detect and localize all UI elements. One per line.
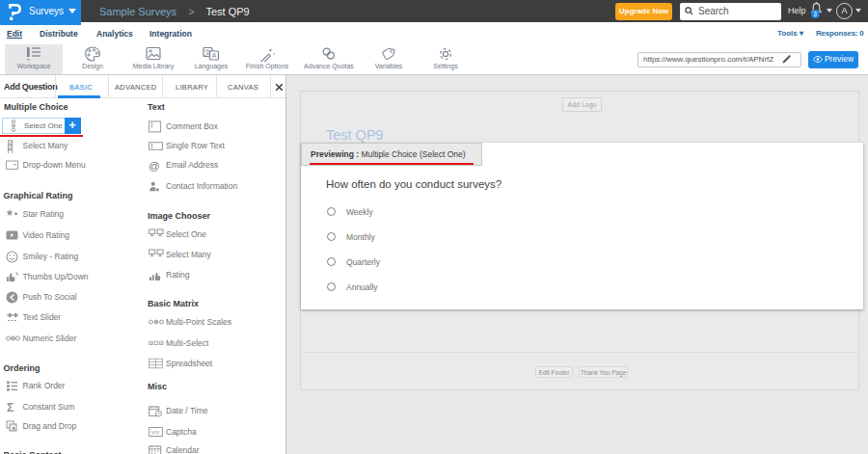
svg-text:A: A xyxy=(212,52,217,59)
svg-text:Σ: Σ xyxy=(7,401,14,414)
svg-text:vcv: vcv xyxy=(151,429,161,435)
svg-text:@: @ xyxy=(149,160,160,172)
